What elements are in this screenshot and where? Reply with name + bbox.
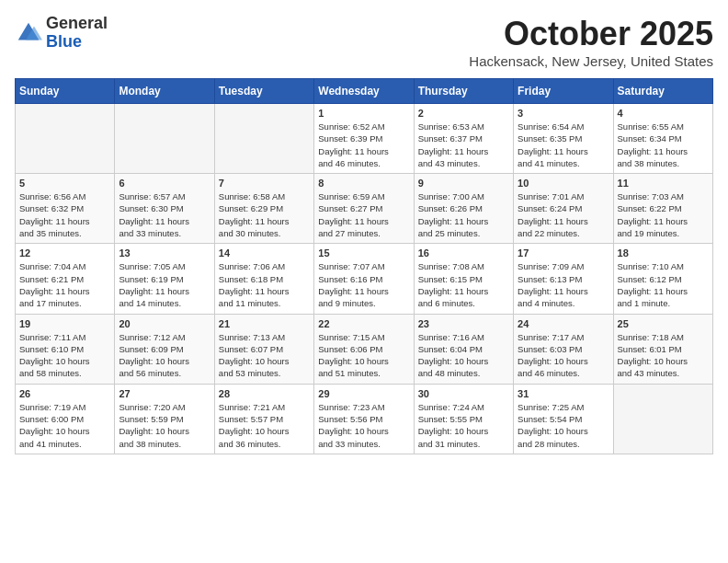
calendar-cell (115, 104, 214, 174)
day-number: 20 (119, 318, 210, 329)
calendar-cell: 15Sunrise: 7:07 AM Sunset: 6:16 PM Dayli… (314, 244, 414, 314)
day-number: 23 (418, 318, 509, 329)
calendar-cell: 28Sunrise: 7:21 AM Sunset: 5:57 PM Dayli… (214, 384, 313, 454)
logo-blue-text: Blue (46, 32, 82, 51)
calendar-cell: 25Sunrise: 7:18 AM Sunset: 6:01 PM Dayli… (613, 314, 712, 384)
calendar-cell: 11Sunrise: 7:03 AM Sunset: 6:22 PM Dayli… (613, 174, 712, 244)
day-info: Sunrise: 7:07 AM Sunset: 6:16 PM Dayligh… (318, 260, 409, 309)
day-info: Sunrise: 6:58 AM Sunset: 6:29 PM Dayligh… (219, 190, 310, 239)
day-number: 9 (418, 178, 509, 189)
day-info: Sunrise: 6:57 AM Sunset: 6:30 PM Dayligh… (119, 190, 210, 239)
calendar-cell: 31Sunrise: 7:25 AM Sunset: 5:54 PM Dayli… (514, 384, 613, 454)
day-info: Sunrise: 7:09 AM Sunset: 6:13 PM Dayligh… (518, 260, 609, 309)
day-info: Sunrise: 7:01 AM Sunset: 6:24 PM Dayligh… (518, 190, 609, 239)
day-info: Sunrise: 7:24 AM Sunset: 5:55 PM Dayligh… (418, 401, 509, 450)
day-info: Sunrise: 7:19 AM Sunset: 6:00 PM Dayligh… (19, 401, 110, 450)
calendar-cell: 5Sunrise: 6:56 AM Sunset: 6:32 PM Daylig… (16, 174, 115, 244)
day-info: Sunrise: 7:13 AM Sunset: 6:07 PM Dayligh… (219, 331, 310, 380)
calendar-cell: 6Sunrise: 6:57 AM Sunset: 6:30 PM Daylig… (115, 174, 214, 244)
day-number: 24 (518, 318, 609, 329)
weekday-header-thursday: Thursday (414, 79, 513, 104)
calendar-cell: 12Sunrise: 7:04 AM Sunset: 6:21 PM Dayli… (16, 244, 115, 314)
weekday-header-saturday: Saturday (613, 79, 712, 104)
calendar-cell: 22Sunrise: 7:15 AM Sunset: 6:06 PM Dayli… (314, 314, 414, 384)
logo-icon (15, 19, 42, 47)
day-number: 11 (618, 178, 709, 189)
weekday-header-monday: Monday (115, 79, 214, 104)
location: Hackensack, New Jersey, United States (469, 53, 713, 69)
week-row-3: 12Sunrise: 7:04 AM Sunset: 6:21 PM Dayli… (16, 244, 713, 314)
calendar-cell: 19Sunrise: 7:11 AM Sunset: 6:10 PM Dayli… (16, 314, 115, 384)
day-info: Sunrise: 6:52 AM Sunset: 6:39 PM Dayligh… (318, 121, 409, 169)
logo: General Blue (15, 15, 108, 52)
day-number: 19 (19, 318, 110, 329)
calendar-cell: 13Sunrise: 7:05 AM Sunset: 6:19 PM Dayli… (115, 244, 214, 314)
day-number: 15 (318, 247, 409, 259)
calendar-cell (16, 104, 115, 174)
calendar-cell: 14Sunrise: 7:06 AM Sunset: 6:18 PM Dayli… (214, 244, 313, 314)
week-row-1: 1Sunrise: 6:52 AM Sunset: 6:39 PM Daylig… (16, 104, 713, 174)
calendar-table: SundayMondayTuesdayWednesdayThursdayFrid… (15, 78, 713, 454)
day-info: Sunrise: 7:12 AM Sunset: 6:09 PM Dayligh… (119, 331, 210, 380)
day-info: Sunrise: 7:08 AM Sunset: 6:15 PM Dayligh… (418, 260, 509, 309)
day-number: 26 (19, 388, 110, 399)
day-number: 12 (19, 247, 110, 259)
calendar-cell: 30Sunrise: 7:24 AM Sunset: 5:55 PM Dayli… (414, 384, 513, 454)
calendar-cell: 23Sunrise: 7:16 AM Sunset: 6:04 PM Dayli… (414, 314, 513, 384)
day-number: 6 (119, 178, 210, 189)
day-info: Sunrise: 7:15 AM Sunset: 6:06 PM Dayligh… (318, 331, 409, 380)
day-number: 16 (418, 247, 509, 259)
logo-text: General Blue (46, 15, 108, 52)
calendar-cell: 1Sunrise: 6:52 AM Sunset: 6:39 PM Daylig… (314, 104, 414, 174)
page-header: General Blue October 2025 Hackensack, Ne… (15, 15, 713, 69)
day-info: Sunrise: 7:17 AM Sunset: 6:03 PM Dayligh… (518, 331, 609, 380)
month-title: October 2025 (469, 15, 713, 53)
day-info: Sunrise: 7:10 AM Sunset: 6:12 PM Dayligh… (618, 260, 709, 309)
day-number: 21 (219, 318, 310, 329)
calendar-cell: 4Sunrise: 6:55 AM Sunset: 6:34 PM Daylig… (613, 104, 712, 174)
day-number: 3 (518, 108, 609, 119)
day-info: Sunrise: 7:03 AM Sunset: 6:22 PM Dayligh… (618, 190, 709, 239)
calendar-cell: 8Sunrise: 6:59 AM Sunset: 6:27 PM Daylig… (314, 174, 414, 244)
day-number: 7 (219, 178, 310, 189)
calendar-cell (214, 104, 313, 174)
day-number: 13 (119, 247, 210, 259)
day-number: 30 (418, 388, 509, 399)
week-row-2: 5Sunrise: 6:56 AM Sunset: 6:32 PM Daylig… (16, 174, 713, 244)
day-number: 2 (418, 108, 509, 119)
day-info: Sunrise: 7:16 AM Sunset: 6:04 PM Dayligh… (418, 331, 509, 380)
calendar-cell: 10Sunrise: 7:01 AM Sunset: 6:24 PM Dayli… (514, 174, 613, 244)
day-info: Sunrise: 7:06 AM Sunset: 6:18 PM Dayligh… (219, 260, 310, 309)
calendar-cell: 21Sunrise: 7:13 AM Sunset: 6:07 PM Dayli… (214, 314, 313, 384)
calendar-cell: 18Sunrise: 7:10 AM Sunset: 6:12 PM Dayli… (613, 244, 712, 314)
day-number: 27 (119, 388, 210, 399)
calendar-cell: 9Sunrise: 7:00 AM Sunset: 6:26 PM Daylig… (414, 174, 513, 244)
day-number: 31 (518, 388, 609, 399)
day-info: Sunrise: 7:23 AM Sunset: 5:56 PM Dayligh… (318, 401, 409, 450)
weekday-header-tuesday: Tuesday (214, 79, 313, 104)
day-info: Sunrise: 6:55 AM Sunset: 6:34 PM Dayligh… (618, 121, 709, 169)
day-info: Sunrise: 7:21 AM Sunset: 5:57 PM Dayligh… (219, 401, 310, 450)
day-info: Sunrise: 7:11 AM Sunset: 6:10 PM Dayligh… (19, 331, 110, 380)
week-row-4: 19Sunrise: 7:11 AM Sunset: 6:10 PM Dayli… (16, 314, 713, 384)
day-info: Sunrise: 7:25 AM Sunset: 5:54 PM Dayligh… (518, 401, 609, 450)
day-info: Sunrise: 6:54 AM Sunset: 6:35 PM Dayligh… (518, 121, 609, 169)
calendar-cell: 7Sunrise: 6:58 AM Sunset: 6:29 PM Daylig… (214, 174, 313, 244)
day-info: Sunrise: 7:00 AM Sunset: 6:26 PM Dayligh… (418, 190, 509, 239)
calendar-cell: 2Sunrise: 6:53 AM Sunset: 6:37 PM Daylig… (414, 104, 513, 174)
day-number: 29 (318, 388, 409, 399)
calendar-cell: 27Sunrise: 7:20 AM Sunset: 5:59 PM Dayli… (115, 384, 214, 454)
day-info: Sunrise: 6:59 AM Sunset: 6:27 PM Dayligh… (318, 190, 409, 239)
day-number: 25 (618, 318, 709, 329)
day-info: Sunrise: 7:04 AM Sunset: 6:21 PM Dayligh… (19, 260, 110, 309)
day-info: Sunrise: 7:18 AM Sunset: 6:01 PM Dayligh… (618, 331, 709, 380)
day-info: Sunrise: 6:56 AM Sunset: 6:32 PM Dayligh… (19, 190, 110, 239)
weekday-header-friday: Friday (514, 79, 613, 104)
calendar-cell: 3Sunrise: 6:54 AM Sunset: 6:35 PM Daylig… (514, 104, 613, 174)
day-number: 14 (219, 247, 310, 259)
weekday-header-wednesday: Wednesday (314, 79, 414, 104)
calendar-cell: 17Sunrise: 7:09 AM Sunset: 6:13 PM Dayli… (514, 244, 613, 314)
logo-general-text: General (46, 14, 108, 32)
calendar-cell: 24Sunrise: 7:17 AM Sunset: 6:03 PM Dayli… (514, 314, 613, 384)
title-block: October 2025 Hackensack, New Jersey, Uni… (469, 15, 713, 69)
